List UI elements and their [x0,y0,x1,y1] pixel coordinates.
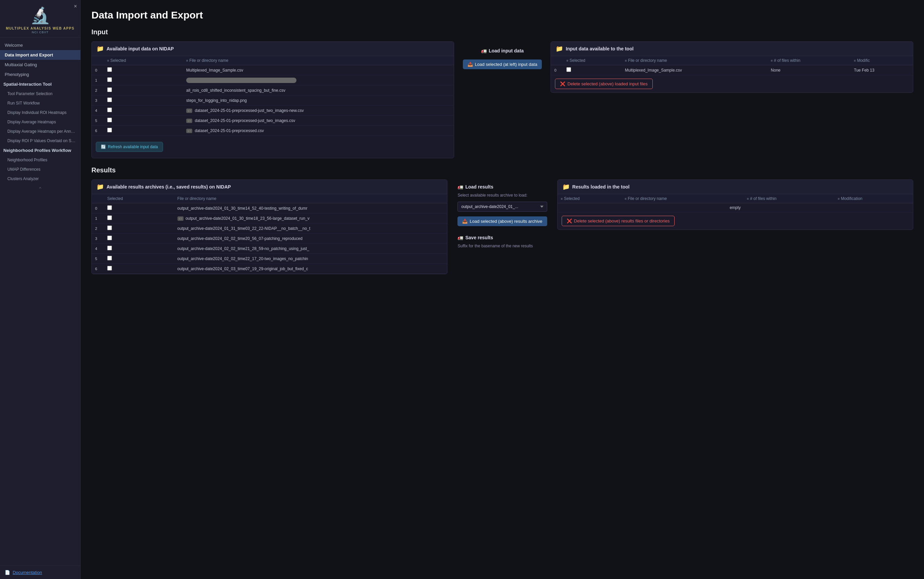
page-title: Data Import and Export [92,10,913,21]
row-checkbox-0[interactable] [107,67,112,72]
load-input-title: 🚛 Load input data [481,48,524,54]
row-checkbox-3[interactable] [107,97,112,102]
archive-dropdown[interactable]: output_archive-date2024_01_... [458,202,547,212]
close-button[interactable]: × [74,3,77,10]
sidebar-item-data-import[interactable]: Data Import and Export [0,50,80,60]
table-row: 1 🏷 output_archive-date2024_01_30_time18… [92,213,447,224]
available-input-header: 📁 Available input data on NIDAP [92,42,454,56]
results-loaded-table-container: ≡ Selected ≡ File or directory name ≡ # … [558,194,913,213]
results-loaded-panel: 📁 Results loaded in the tool ≡ Selected … [557,180,913,230]
col-header-resloaded-filename: ≡ File or directory name [621,194,744,203]
col-header-resloaded-files: ≡ # of files within [744,194,834,203]
truck-icon-results: 🚛 [458,184,463,190]
sidebar-item-display-roi-pvalues[interactable]: Display ROI P Values Overlaid on Slides [0,136,80,146]
available-results-table: Selected File or directory name 0 output… [92,194,447,274]
results-loaded-title: Results loaded in the tool [572,184,630,190]
sidebar-item-multiaxial-gating[interactable]: Multiaxial Gating [0,60,80,70]
table-row: 3 steps_for_logging_into_nidap.png [92,95,454,106]
results-section-title: Results [92,166,913,174]
doc-icon: 📄 [5,570,10,575]
res-checkbox-6[interactable] [107,266,112,270]
res-checkbox-3[interactable] [107,236,112,240]
table-row: 0 Multiplexed_Image_Sample.csv [92,65,454,75]
select-archive-label: Select available results archive to load… [458,193,547,198]
available-input-title: Available input data on NIDAP [106,46,174,51]
col-header-loaded-modified: ≡ Modific [851,56,913,65]
loaded-row-checkbox-0[interactable] [566,67,571,72]
loaded-input-panel: 📁 Input data available to the tool ≡ Sel… [551,41,913,93]
row-checkbox-6[interactable] [107,128,112,132]
res-checkbox-4[interactable] [107,245,112,250]
documentation-link[interactable]: Documentation [13,570,42,575]
refresh-icon: 🔄 [101,144,106,149]
microscope-icon: 🔬 [4,6,76,25]
sidebar-item-welcome[interactable]: Welcome [0,40,80,50]
res-checkbox-2[interactable] [107,226,112,230]
table-row: 4 🏷 dataset_2024-25-01-preprocessed-just… [92,106,454,116]
loaded-input-table: ≡ Selected ≡ File or directory name ≡ # … [551,56,913,75]
row-checkbox-5[interactable] [107,118,112,122]
sidebar-item-neighborhood-workflow[interactable]: Neighborhood Profiles Workflow [0,146,80,155]
table-row: 3 output_archive-date2024_02_02_time20_5… [92,234,447,244]
blurred-filename-1: ████████████████████████████████████████ [186,78,296,83]
row-checkbox-4[interactable] [107,108,112,112]
delete-loaded-container: ❌ Delete selected (above) loaded input f… [551,75,913,92]
sidebar-footer: 📄 Documentation [0,566,80,579]
results-loaded-table: ≡ Selected ≡ File or directory name ≡ # … [558,194,913,213]
loaded-input-table-container: ≡ Selected ≡ File or directory name ≡ # … [551,56,913,75]
load-results-icon: 📥 [462,219,468,224]
sidebar-item-clusters[interactable]: Clusters Analyzer [0,174,80,183]
delete-loaded-icon: ❌ [560,81,565,87]
empty-results-label: empty [558,203,913,213]
col-header-res-rownum [92,194,104,203]
load-results-section: 🚛 Load results Select available results … [453,180,551,254]
sidebar-item-phenotyping[interactable]: Phenotyping [0,70,80,79]
col-header-loaded-filename: ≡ File or directory name [621,56,767,65]
folder-icon-loaded: 📁 [556,45,563,52]
col-header-res-selected: Selected [104,194,174,203]
load-input-button[interactable]: 📥 Load selected (at left) input data [463,59,542,69]
sidebar-collapse[interactable]: ^ [0,183,80,193]
row-checkbox-2[interactable] [107,87,112,92]
sidebar-item-display-avg[interactable]: Display Average Heatmaps [0,117,80,127]
refresh-container: 🔄 Refresh available input data [92,136,454,158]
sidebar-item-umap[interactable]: UMAP Differences [0,165,80,174]
col-header-resloaded-modified: ≡ Modification [835,194,913,203]
sidebar-item-neighborhood-profiles[interactable]: Neighborhood Profiles [0,155,80,165]
available-results-table-container: Selected File or directory name 0 output… [92,194,447,274]
loaded-input-header: 📁 Input data available to the tool [551,42,913,56]
load-results-header: 🚛 Load results [458,184,547,190]
app-title: MULTIPLEX ANALYSIS WEB APPS [4,26,76,31]
main-content: Data Import and Export Input 📁 Available… [81,0,924,579]
input-section-title: Input [92,28,913,36]
input-panel-row: 📁 Available input data on NIDAP ≡ Select… [92,41,913,158]
delete-loaded-button[interactable]: ❌ Delete selected (above) loaded input f… [555,79,653,89]
results-loaded-header: 📁 Results loaded in the tool [558,180,913,194]
sidebar-item-display-roi[interactable]: Display Individual ROI Heatmaps [0,108,80,117]
table-row: 2 output_archive-date2024_01_31_time03_2… [92,224,447,234]
load-results-button[interactable]: 📥 Load selected (above) results archive [458,216,547,226]
refresh-input-button[interactable]: 🔄 Refresh available input data [96,142,163,152]
sidebar-item-spatial-interaction-tool[interactable]: Spatial-Interaction Tool [0,79,80,89]
truck-icon-save: 🚛 [458,235,463,240]
row-checkbox-1[interactable] [107,77,112,82]
available-results-header: 📁 Available results archives (i.e., save… [92,180,447,194]
col-header-filename: ≡ File or directory name [183,56,454,65]
available-input-table: ≡ Selected ≡ File or directory name 0 Mu… [92,56,454,136]
available-input-panel: 📁 Available input data on NIDAP ≡ Select… [92,41,454,158]
res-checkbox-0[interactable] [107,205,112,210]
res-checkbox-5[interactable] [107,256,112,260]
load-input-middle-panel: 🚛 Load input data 📥 Load selected (at le… [460,41,546,73]
res-checkbox-1[interactable] [107,216,112,220]
delete-results-container: ❌ Delete selected (above) results files … [558,213,913,229]
folder-icon-available: 📁 [96,45,104,52]
table-row: 2 all_rois_cd8_shifted_inconsistent_spac… [92,85,454,95]
table-row: 6 🏷 dataset_2024-25-01-preprocessed.csv [92,126,454,136]
table-row: 5 🏷 dataset_2024-25-01-preprocessed-just… [92,116,454,126]
sidebar-item-run-sit[interactable]: Run SIT Workflow [0,98,80,108]
col-header-rownum [92,56,104,65]
table-row: 5 output_archive-date2024_02_02_time22_1… [92,254,447,264]
delete-results-button[interactable]: ❌ Delete selected (above) results files … [562,216,675,226]
sidebar-item-tool-parameter[interactable]: Tool Parameter Selection [0,89,80,98]
sidebar-item-display-avg-annota[interactable]: Display Average Heatmaps per Annota... [0,127,80,136]
